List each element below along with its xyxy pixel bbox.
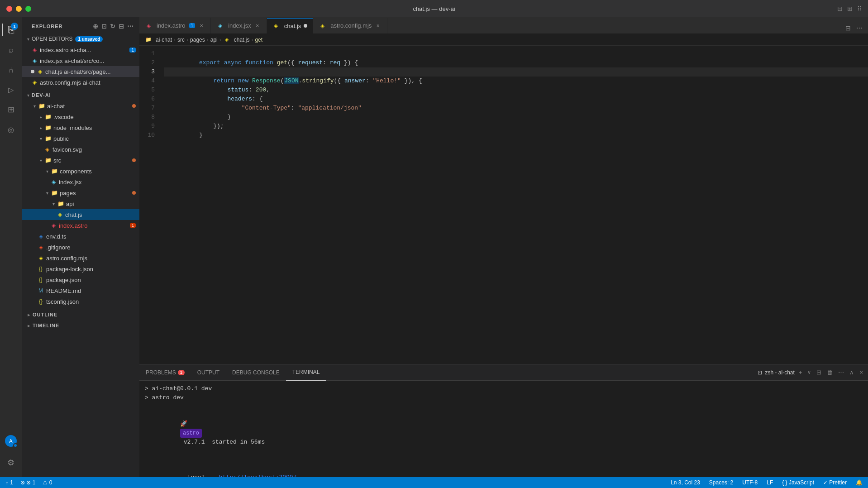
breadcrumb-src[interactable]: src [177,37,185,43]
activity-settings[interactable]: ⚙ [2,454,20,472]
panel-maximize-icon[interactable]: ∧ [848,368,855,377]
open-editor-chat-js[interactable]: ◈ chat.js ai-chat/src/page... [22,66,139,77]
minimize-button[interactable] [16,6,22,12]
split-editor-right-icon[interactable]: ⊟ [844,23,853,33]
file-package-lock[interactable]: {} package-lock.json [22,263,139,274]
breadcrumb-pages[interactable]: pages [190,37,205,43]
folder-components[interactable]: 📁 components [22,166,139,177]
panel-tab-terminal[interactable]: TERMINAL [286,364,326,381]
status-spaces[interactable]: Spaces: 2 [707,479,735,486]
collapse-all-icon[interactable]: ⊟ [119,23,124,30]
activity-extensions[interactable]: ⊞ [2,100,20,119]
tab-chat-js[interactable]: ◈ chat.js [267,18,314,33]
terminal-layout-icon[interactable]: ⊟ [815,368,823,377]
tab-badge-1: 1 [189,23,196,28]
tab-index-jsx[interactable]: ◈ index.jsx × [211,18,267,33]
editor-layout-icon[interactable]: ⊞ [847,5,853,12]
status-language[interactable]: { } JavaScript [780,479,816,486]
file-readme[interactable]: M README.md [22,285,139,296]
maximize-button[interactable] [25,6,31,12]
activity-source-control[interactable]: ⑃ [2,61,20,79]
more-tabs-icon[interactable]: ⋯ [854,23,864,33]
terminal-split-icon[interactable]: ∨ [806,368,812,377]
file-env-dts[interactable]: ◈ env.d.ts [22,231,139,242]
close-button[interactable] [6,6,12,12]
folder-api[interactable]: 📁 api [22,198,139,209]
panel-close-icon[interactable]: × [858,368,864,377]
status-notifications[interactable]: 🔔 [854,479,864,486]
code-content[interactable]: export async function get({ request: req… [160,46,868,364]
status-warnings[interactable]: ⚠ 0 [41,479,54,486]
new-terminal-icon[interactable]: + [797,368,804,377]
status-line-ending[interactable]: LF [765,479,775,486]
folder-pages[interactable]: 📁 pages [22,187,139,198]
split-editor-icon[interactable]: ⊟ [837,5,843,12]
file-astro-config[interactable]: ◈ astro.config.mjs [22,253,139,263]
file-tsconfig[interactable]: {} tsconfig.json [22,296,139,307]
git-branch-name: 1 [10,479,13,486]
more-options-icon[interactable]: ⋯ [837,368,845,377]
sidebar-header-actions: ⊕ ⊡ ↻ ⊟ ⋯ [93,23,134,30]
folder-vscode[interactable]: 📁 .vscode [22,111,139,122]
activity-explorer[interactable]: ⎘ 1 [2,21,20,39]
avatar[interactable]: A [5,435,17,447]
status-git-branch[interactable]: ⑃ 1 [4,479,15,486]
status-formatter[interactable]: ✓ Prettier [821,479,849,486]
more-actions-icon[interactable]: ⋯ [127,23,134,30]
tab-astro-config[interactable]: ◈ astro.config.mjs × [313,18,387,33]
file-chat-js[interactable]: ◈ chat.js [22,209,139,220]
main-layout: ⎘ 1 ⌕ ⑃ ▷ ⊞ ◎ A ⚙ [0,17,868,477]
code-line-1: export async function get({ request: req… [164,49,868,58]
tab-close-astro-config[interactable]: × [374,22,382,29]
status-encoding[interactable]: UTF-8 [740,479,759,486]
localhost-url[interactable]: http://localhost:3000/ [219,474,297,478]
sidebar-content: OPEN EDITORS 1 unsaved ◈ index.astro ai-… [22,33,139,477]
open-editors-label: OPEN EDITORS [32,36,72,42]
breadcrumb-ai-chat[interactable]: ai-chat [156,37,172,43]
panel-tab-output[interactable]: OUTPUT [191,364,226,381]
refresh-icon[interactable]: ↻ [110,23,116,30]
file-favicon-svg[interactable]: ◈ favicon.svg [22,144,139,155]
status-errors[interactable]: ⊗ ⊗ 1 [19,479,37,486]
activity-run[interactable]: ▷ [2,81,20,99]
tab-close-index-jsx[interactable]: × [254,22,261,29]
folder-src[interactable]: 📁 src [22,155,139,166]
folder-node-modules[interactable]: 📁 node_modules [22,122,139,133]
breadcrumb-api[interactable]: api [210,37,218,43]
file-index-astro[interactable]: ◈ index.astro 1 [22,220,139,231]
file-package-json[interactable]: {} package.json [22,274,139,285]
activity-accounts[interactable]: A [2,432,20,450]
panel-tab-debug[interactable]: DEBUG CONSOLE [226,364,286,381]
panel-tab-problems[interactable]: PROBLEMS 1 [139,364,191,381]
terminal-content[interactable]: > ai-chat@0.0.1 dev > astro dev 🚀 astro … [139,381,868,477]
tab-bar: ◈ index.astro 1 × ◈ index.jsx × ◈ chat.j… [139,17,868,34]
code-editor[interactable]: 1 2 3 4 5 6 7 8 9 10 export async functi… [139,46,868,364]
outline-header[interactable]: OUTLINE [22,309,139,320]
new-folder-icon[interactable]: ⊡ [101,23,107,30]
dev-ai-header[interactable]: DEV-AI [22,90,139,100]
folder-ai-chat[interactable]: 📁 ai-chat [22,100,139,111]
file-gitignore[interactable]: ◈ .gitignore [22,242,139,253]
api-chevron [50,200,57,207]
customize-layout-icon[interactable]: ⠿ [857,5,862,12]
new-file-icon[interactable]: ⊕ [93,23,99,30]
error-badge-1: 1 [129,48,136,53]
folder-public[interactable]: 📁 public [22,133,139,144]
tab-index-astro[interactable]: ◈ index.astro 1 × [139,18,211,33]
gitignore-file-icon: ◈ [37,244,44,251]
open-editor-astro-config[interactable]: ◈ astro.config.mjs ai-chat [22,77,139,88]
tab-close-index-astro[interactable]: × [198,22,205,29]
terminal-delete-icon[interactable]: 🗑 [825,368,834,377]
timeline-header[interactable]: TIMELINE [22,320,139,331]
activity-search[interactable]: ⌕ [2,41,20,59]
breadcrumb-chat-js[interactable]: chat.js [234,37,250,43]
status-position[interactable]: Ln 3, Col 23 [669,479,702,486]
file-index-jsx[interactable]: ◈ index.jsx [22,177,139,187]
open-editor-index-astro[interactable]: ◈ index.astro ai-cha... 1 [22,44,139,55]
panel-area: PROBLEMS 1 OUTPUT DEBUG CONSOLE TERMINAL… [139,364,868,477]
breadcrumb-js-icon: ◈ [223,36,230,43]
breadcrumb-get[interactable]: get [255,37,262,43]
activity-remote[interactable]: ◎ [2,120,20,139]
open-editor-index-jsx[interactable]: ◈ index.jsx ai-chat/src/co... [22,55,139,66]
open-editors-header[interactable]: OPEN EDITORS 1 unsaved [22,33,139,44]
